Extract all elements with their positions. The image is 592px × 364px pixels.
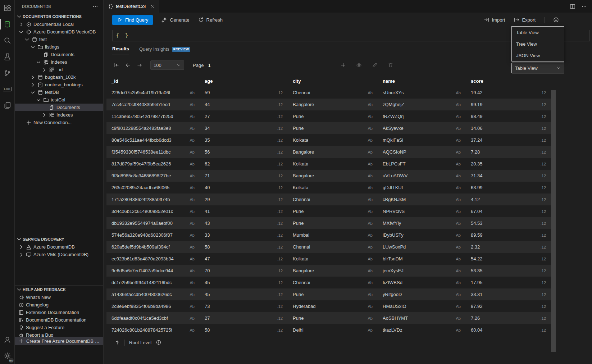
service-discovery-section-header[interactable]: SERVICE DISCOVERY [15, 235, 103, 243]
account-button[interactable] [0, 332, 14, 348]
tree-item-new-connection[interactable]: New Connection... [15, 119, 103, 126]
table-row[interactable]: 620a5def5d9b4b509af394cfAb58.12ChennaiAb… [106, 241, 551, 253]
tree-item-what-s-new[interactable]: What's New [15, 294, 103, 301]
tab-testdb-testcol[interactable]: testDB/testCol [104, 0, 159, 13]
tree-item-listings[interactable]: listings [15, 43, 103, 51]
tree-item-documents[interactable]: Documents [15, 51, 103, 58]
view-document-icon[interactable] [356, 62, 362, 68]
vm-icon [26, 252, 32, 258]
table-row[interactable]: db19332e95544974a0aebf00Ab43.12PuneAbMXf… [106, 217, 551, 229]
string-type-icon: Ab [187, 138, 195, 142]
column-header-name[interactable]: name [378, 75, 466, 87]
scrollbar-thumb[interactable] [551, 90, 556, 352]
table-row[interactable]: 263c02089c24aadba68f065Ab40.12KolkataAbg… [106, 182, 551, 194]
help-section-header[interactable]: HELP AND FEEDBACK [15, 286, 103, 294]
cell-value: Bangalore [293, 102, 314, 107]
table-row[interactable]: a1436efaccdb4004800626dcAb45.12PuneAbyRi… [106, 288, 551, 300]
go-up-level-icon[interactable] [114, 340, 120, 345]
table-row[interactable]: 574e56a320e948d682306f87Ab33.12MumbaiAbi… [106, 229, 551, 241]
previous-page-icon[interactable] [124, 62, 132, 68]
tree-item-bugbash-102k[interactable]: bugbash_102k [15, 73, 103, 81]
import-button[interactable]: Import [484, 17, 505, 23]
tree-item-changelog[interactable]: Changelog [15, 301, 103, 309]
pages-activity-button[interactable] [0, 97, 14, 113]
table-row[interactable]: 817d879af59c47f9b5ea2626Ab62.12KolkataAb… [106, 158, 551, 170]
column-header-score[interactable]: score [466, 75, 551, 87]
tree-item-extension-documentation[interactable]: Extension Documentation [15, 309, 103, 316]
cell-value: Chennai [293, 90, 310, 95]
tree-item-testdb[interactable]: testDB [15, 88, 103, 96]
tab-results[interactable]: Results [112, 46, 129, 55]
tree-item-azure-vms-documentdb[interactable]: Azure VMs (DocumentDB) [15, 251, 103, 258]
tree-item-testcol[interactable]: testCol [15, 96, 103, 104]
vertical-scrollbar[interactable] [551, 90, 556, 352]
column-header-age[interactable]: age [200, 75, 288, 87]
cell-value: 29 [205, 197, 210, 202]
more-actions-icon[interactable] [581, 4, 587, 9]
view-menu-option-table-view[interactable]: Table View [512, 27, 564, 38]
number-type-icon: .12 [538, 292, 546, 297]
tab-query-insights[interactable]: Query Insights PREVIEW [139, 46, 190, 55]
view-menu-option-tree-view[interactable]: Tree View [512, 38, 564, 50]
settings-button[interactable]: BU [0, 348, 14, 364]
extensions-activity-button[interactable] [0, 0, 14, 16]
cell-value: 20.35 [471, 161, 483, 167]
more-actions-icon[interactable] [92, 4, 98, 9]
refresh-button[interactable]: Refresh [198, 17, 223, 23]
table-row[interactable]: dc1e259be3f94d1482116bdcAb45.12ChennaiAb… [106, 277, 551, 288]
testing-activity-button[interactable] [0, 49, 14, 65]
add-document-icon[interactable] [340, 62, 346, 68]
table-row[interactable]: 7cc4ca20cff84083b9eb1ecdAb44.12Bangalore… [106, 99, 551, 110]
table-row[interactable]: 3d4c06b12c614e009852e01cAb41.12PuneAbNPR… [106, 205, 551, 217]
export-button[interactable]: Export [514, 17, 536, 23]
tree-item-azure-documentdb[interactable]: Azure DocumentDB [15, 243, 103, 251]
search-activity-button[interactable] [0, 32, 14, 49]
tree-item-indexes[interactable]: Indexes [15, 58, 103, 66]
source-control-activity-button[interactable] [0, 65, 14, 81]
table-row[interactable]: f35459330f5746538ee11dbcAb56.12Bangalore… [106, 146, 551, 158]
find-query-button[interactable]: Find Query [112, 15, 153, 25]
tree-item-suggest-a-feature[interactable]: Suggest a Feature [15, 324, 103, 331]
table-row[interactable]: 9e6d5a6c7ed1407a9bdcc944Ab70.12Bangalore… [106, 265, 551, 277]
tree-item-indexes[interactable]: Indexes [15, 111, 103, 119]
next-page-icon[interactable] [135, 62, 144, 68]
create-free-cluster-button[interactable]: Create Free Azure DocumentDB Cl... [15, 337, 103, 345]
table-row[interactable]: 228dc07c2b9c4cf19b19a06fAb59.12ChennaiAb… [106, 87, 551, 99]
close-icon[interactable] [149, 4, 155, 9]
tree-item-test[interactable]: test [15, 36, 103, 43]
tree-item-documents[interactable]: Documents [15, 104, 103, 111]
delete-document-icon[interactable] [388, 62, 393, 68]
chevron-right-icon [18, 22, 24, 27]
export-icon [514, 17, 519, 23]
info-icon[interactable] [156, 340, 161, 345]
view-mode-select[interactable]: Table View [511, 63, 564, 73]
split-editor-icon[interactable] [570, 4, 575, 9]
table-row[interactable]: 171a280438624f288a0ff74bAb29.12ChennaiAb… [106, 194, 551, 205]
documentdb-activity-button[interactable] [0, 16, 14, 32]
tree-item-id[interactable]: _id_ [15, 66, 103, 73]
tree-item-documentdb-documentation[interactable]: DocumentDB Documentation [15, 316, 103, 324]
table-row[interactable]: 11c3be65780542d79877b25dAb27.12PuneAbfRZ… [106, 110, 551, 122]
column-header-id[interactable]: _id [106, 75, 200, 87]
log-activity-button[interactable]: LOG [0, 81, 14, 97]
generate-button[interactable]: Generate [161, 17, 189, 23]
column-header-city[interactable]: city [288, 75, 378, 87]
table-row[interactable]: ec923b61d63a4870a2093b34Ab47.12KolkataAb… [106, 253, 551, 265]
table-row[interactable]: 80e546c511ae444fbcb6dcd3Ab35.12KolkataAb… [106, 134, 551, 146]
connections-section-header[interactable]: DOCUMENTDB CONNECTIONS [15, 13, 103, 21]
table-row[interactable]: c9f8012298554a2483fae3e8Ab34.12PuneAbAkS… [106, 122, 551, 134]
number-type-icon: .12 [538, 103, 546, 107]
tree-item-azure-documentdb-vectordb[interactable]: Azure DocumentDB VectorDB [15, 28, 103, 36]
table-row[interactable]: 9f3d8985c8a34686898f27beAb71.12Bangalore… [106, 170, 551, 182]
table-row[interactable]: 6ddfeaadf0c04f1ca5ed3cbfAb27.12PuneAbAoS… [106, 312, 551, 324]
table-row[interactable]: 724026c801b248878425725fAb58.12DelhiAbtk… [106, 324, 551, 336]
first-page-icon[interactable] [112, 62, 121, 68]
edit-document-icon[interactable] [372, 62, 378, 68]
documentdb-icon [4, 21, 11, 28]
view-menu-option-json-view[interactable]: JSON View [512, 50, 564, 61]
tree-item-contoso-bookings[interactable]: contoso_bookings [15, 81, 103, 88]
table-row[interactable]: 2c8e6ebf98354f06b9ba4986Ab73.12Hyderabad… [106, 300, 551, 312]
page-size-select[interactable]: 100 [150, 60, 184, 70]
tree-item-documentdb-local[interactable]: DocumentDB Local [15, 21, 103, 28]
feedback-smiley-icon[interactable] [553, 17, 559, 23]
